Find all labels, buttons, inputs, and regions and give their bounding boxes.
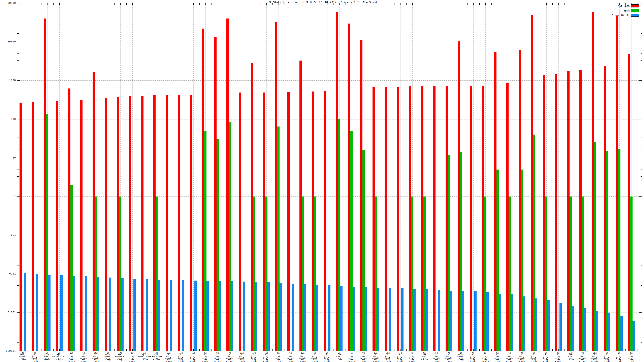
- x-tick: [23, 3, 23, 5]
- x-tick: [53, 349, 54, 351]
- bar-spam: [630, 196, 632, 351]
- legend-label: Not Spam: [618, 5, 630, 7]
- x-tick: [59, 3, 60, 5]
- x-tick: [461, 3, 461, 5]
- x-tick: [218, 3, 218, 5]
- x-tick: [516, 349, 516, 351]
- x-tick: [388, 349, 388, 351]
- bar-score: [499, 294, 501, 351]
- x-tick: [431, 3, 431, 5]
- y-gridline: [17, 274, 642, 274]
- bar-spam: [484, 196, 486, 351]
- bar-not_spam: [92, 72, 95, 351]
- y-major-tick: [639, 196, 642, 197]
- x-tick: [412, 3, 412, 5]
- x-gridline: [108, 3, 108, 351]
- x-tick: [534, 3, 534, 5]
- x-tick: [394, 3, 394, 5]
- x-tick: [564, 349, 565, 351]
- y-minor-tick: [17, 131, 19, 131]
- x-tick: [333, 3, 334, 5]
- bar-not_spam: [458, 41, 460, 351]
- x-tick: [29, 3, 29, 5]
- bar-score: [365, 287, 367, 351]
- bar-score: [401, 288, 404, 351]
- x-tick: [266, 3, 267, 5]
- bar-score: [60, 275, 62, 351]
- bar-not_spam: [397, 87, 399, 351]
- y-gridline: [17, 235, 642, 235]
- y-minor-tick: [17, 188, 19, 188]
- y-tick-label: 100: [11, 118, 16, 120]
- x-tick: [473, 3, 474, 5]
- y-tick-label: 0.1: [11, 234, 16, 236]
- bar-score: [340, 286, 342, 351]
- y-minor-tick: [17, 176, 19, 177]
- y-minor-tick: [640, 149, 642, 149]
- x-tick: [437, 349, 437, 351]
- y-minor-tick: [17, 304, 19, 304]
- y-major-tick: [639, 158, 642, 158]
- bar-spam: [618, 149, 620, 351]
- bar-not_spam: [531, 15, 533, 351]
- bar-score: [97, 277, 99, 351]
- x-gridline: [23, 3, 23, 351]
- bar-score: [48, 275, 50, 351]
- x-tick: [358, 3, 358, 5]
- x-tick: [157, 3, 157, 5]
- y-gridline: [17, 42, 642, 42]
- x-tick: [291, 349, 291, 351]
- x-tick: [577, 3, 577, 5]
- x-tick: [431, 349, 431, 351]
- bar-spam: [606, 151, 608, 351]
- y-minor-tick: [640, 72, 642, 72]
- bar-score: [158, 280, 160, 351]
- y-tick-label: 10: [13, 156, 16, 159]
- bar-score: [450, 291, 452, 351]
- y-major-tick: [639, 312, 642, 313]
- x-tick: [449, 3, 449, 5]
- x-tick: [406, 349, 406, 351]
- bar-score: [438, 290, 440, 351]
- x-tick: [41, 349, 42, 351]
- y-gridline: [17, 196, 642, 197]
- y-minor-tick: [640, 53, 642, 54]
- y-tick-label: 0.0001: [6, 350, 16, 352]
- bar-score: [328, 285, 330, 351]
- bar-spam: [338, 119, 340, 351]
- x-tick: [400, 349, 400, 351]
- x-tick: [339, 3, 340, 5]
- x-tick: [145, 3, 145, 5]
- x-tick: [169, 349, 169, 351]
- bar-spam: [362, 150, 365, 351]
- x-gridline: [35, 3, 35, 351]
- x-gridline: [169, 3, 169, 351]
- x-gridline: [558, 3, 559, 351]
- bar-spam: [460, 152, 462, 351]
- x-tick: [504, 3, 504, 5]
- bar-spam: [411, 196, 413, 351]
- x-tick: [352, 3, 352, 5]
- x-tick: [78, 3, 78, 5]
- bar-not_spam: [409, 86, 411, 351]
- bar-score: [146, 279, 148, 351]
- bar-spam: [95, 196, 97, 351]
- bar-not_spam: [360, 40, 362, 351]
- x-gridline: [400, 3, 400, 351]
- x-tick: [90, 349, 90, 351]
- legend-swatch: [631, 14, 639, 17]
- bar-spam: [508, 196, 511, 351]
- bar-score: [584, 308, 586, 351]
- y-gridline: [17, 158, 642, 158]
- bar-score: [560, 303, 562, 351]
- bar-not_spam: [555, 74, 557, 351]
- x-tick: [437, 3, 437, 5]
- bar-not_spam: [68, 88, 70, 351]
- y-minor-tick: [640, 265, 642, 266]
- x-gridline: [437, 3, 437, 351]
- y-minor-tick: [17, 343, 19, 343]
- x-tick: [467, 3, 468, 5]
- x-tick: [35, 3, 35, 5]
- x-tick: [552, 349, 553, 351]
- x-tick: [504, 349, 504, 351]
